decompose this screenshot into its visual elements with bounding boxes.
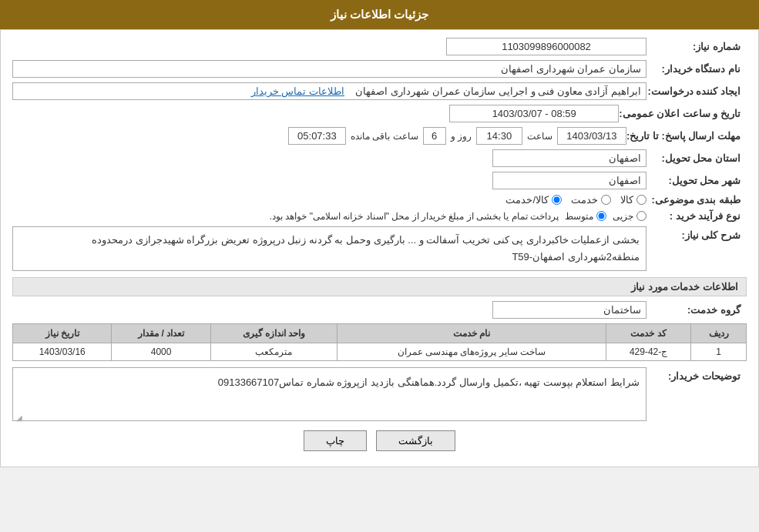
radio-motavasset-label: متوسط bbox=[565, 211, 593, 222]
buttons-row: بازگشت چاپ bbox=[12, 430, 747, 451]
city-row: شهر محل تحویل: اصفهان bbox=[12, 172, 747, 189]
table-row: 1ج-42-429ساخت سایر پروژه‌های مهندسی عمرا… bbox=[13, 343, 747, 361]
buyer-org-value: سازمان عمران شهرداری اصفهان bbox=[12, 60, 646, 78]
buyer-desc-label: توضیحات خریدار: bbox=[646, 370, 747, 382]
remaining-label: ساعت باقی مانده bbox=[351, 131, 418, 142]
radio-jozii-label: جزیی bbox=[613, 211, 633, 222]
creator-label: ایجاد کننده درخواست: bbox=[646, 85, 747, 97]
service-group-label: گروه خدمت: bbox=[646, 304, 747, 316]
announce-datetime-row: تاریخ و ساعت اعلان عمومی: 1403/03/07 - 0… bbox=[12, 105, 747, 122]
services-section-title: اطلاعات خدمات مورد نیاز bbox=[12, 277, 747, 296]
page-header: جزئیات اطلاعات نیاز bbox=[0, 0, 759, 29]
radio-khadamat-label: خدمت bbox=[571, 194, 598, 206]
radio-kala-khadamat[interactable] bbox=[552, 195, 562, 205]
category-radio-khadamat[interactable]: خدمت bbox=[571, 194, 611, 206]
table-cell-date: 1403/03/16 bbox=[13, 343, 112, 361]
service-group-value: ساختمان bbox=[492, 301, 646, 319]
need-number-row: شماره نیاز: 1103099896000082 bbox=[12, 38, 747, 55]
col-date: تاریخ نیاز bbox=[13, 324, 112, 343]
buyer-desc-value: شرایط استعلام بپوست تهیه ،تکمیل وارسال گ… bbox=[12, 367, 646, 421]
buyer-desc-row: توضیحات خریدار: شرایط استعلام بپوست تهیه… bbox=[12, 367, 747, 421]
service-group-row: گروه خدمت: ساختمان bbox=[12, 301, 747, 319]
announce-label: تاریخ و ساعت اعلان عمومی: bbox=[619, 108, 747, 119]
category-radio-kala-khadamat[interactable]: کالا/خدمت bbox=[505, 194, 562, 206]
response-label: مهلت ارسال پاسخ: تا تاریخ: bbox=[626, 130, 747, 142]
process-radio-motavasset[interactable]: متوسط bbox=[565, 211, 606, 222]
category-label: طبقه بندی موضوعی: bbox=[646, 194, 747, 206]
table-cell-qty: 4000 bbox=[112, 343, 210, 361]
creator-row: ایجاد کننده درخواست: ابراهیم آزادی معاون… bbox=[12, 82, 747, 100]
print-button[interactable]: چاپ bbox=[304, 430, 367, 451]
creator-value: ابراهیم آزادی معاون فنی و اجرایی سازمان … bbox=[12, 82, 646, 100]
table-cell-code: ج-42-429 bbox=[606, 343, 691, 361]
category-radio-kala[interactable]: کالا bbox=[620, 194, 646, 206]
response-time-value: 14:30 bbox=[476, 127, 522, 145]
description-label: شرح کلی نیاز: bbox=[646, 229, 747, 241]
description-row: شرح کلی نیاز: بخشی ازعملیات خاکبرداری پی… bbox=[12, 226, 747, 271]
buyer-org-label: نام دستگاه خریدار: bbox=[646, 63, 747, 75]
response-time-label: ساعت bbox=[527, 131, 552, 142]
city-label: شهر محل تحویل: bbox=[646, 175, 747, 186]
col-name: نام خدمت bbox=[338, 324, 606, 343]
province-label: استان محل تحویل: bbox=[646, 152, 747, 164]
radio-kala-khadamat-label: کالا/خدمت bbox=[505, 194, 549, 206]
creator-contact-link[interactable]: اطلاعات تماس خریدار bbox=[251, 85, 344, 97]
header-title: جزئیات اطلاعات نیاز bbox=[331, 8, 428, 21]
response-date-value: 1403/03/13 bbox=[557, 127, 626, 145]
process-note: پرداخت تمام یا بخشی از مبلغ خریدار از مح… bbox=[270, 211, 559, 222]
days-value: 6 bbox=[423, 127, 446, 145]
resize-handle: ◢ bbox=[15, 411, 22, 419]
table-cell-unit: مترمکعب bbox=[210, 343, 337, 361]
province-row: استان محل تحویل: اصفهان bbox=[12, 149, 747, 167]
radio-motavasset[interactable] bbox=[596, 211, 606, 221]
col-row: ردیف bbox=[691, 324, 747, 343]
process-label: نوع فرآیند خرید : bbox=[646, 210, 747, 222]
description-value: بخشی ازعملیات خاکبرداری پی کنی تخریب آسف… bbox=[12, 226, 646, 271]
col-code: کد خدمت bbox=[606, 324, 691, 343]
radio-jozii[interactable] bbox=[636, 211, 646, 221]
announce-datetime-value: 1403/03/07 - 08:59 bbox=[449, 105, 619, 122]
remaining-value: 05:07:33 bbox=[288, 127, 346, 145]
response-deadline-row: مهلت ارسال پاسخ: تا تاریخ: 1403/03/13 سا… bbox=[12, 127, 747, 145]
days-label: روز و bbox=[451, 131, 472, 142]
radio-kala-label: کالا bbox=[620, 194, 633, 206]
col-qty: تعداد / مقدار bbox=[112, 324, 210, 343]
category-row: طبقه بندی موضوعی: کالا خدمت کالا/خدمت bbox=[12, 194, 747, 206]
col-unit: واحد اندازه گیری bbox=[210, 324, 337, 343]
city-value: اصفهان bbox=[492, 172, 646, 189]
buyer-org-row: نام دستگاه خریدار: سازمان عمران شهرداری … bbox=[12, 60, 747, 78]
process-row: نوع فرآیند خرید : جزیی متوسط پرداخت تمام… bbox=[12, 210, 747, 222]
process-radios: جزیی متوسط پرداخت تمام یا بخشی از مبلغ خ… bbox=[12, 211, 646, 222]
need-number-label: شماره نیاز: bbox=[646, 41, 747, 52]
radio-khadamat[interactable] bbox=[601, 195, 611, 205]
services-table: ردیف کد خدمت نام خدمت واحد اندازه گیری ت… bbox=[12, 323, 747, 361]
category-radios: کالا خدمت کالا/خدمت bbox=[12, 194, 646, 206]
process-radio-jozii[interactable]: جزیی bbox=[613, 211, 646, 222]
need-number-value: 1103099896000082 bbox=[446, 38, 646, 55]
table-cell-name: ساخت سایر پروژه‌های مهندسی عمران bbox=[338, 343, 606, 361]
table-cell-row: 1 bbox=[691, 343, 747, 361]
back-button[interactable]: بازگشت bbox=[376, 430, 455, 451]
province-value: اصفهان bbox=[492, 149, 646, 167]
radio-kala[interactable] bbox=[636, 195, 646, 205]
